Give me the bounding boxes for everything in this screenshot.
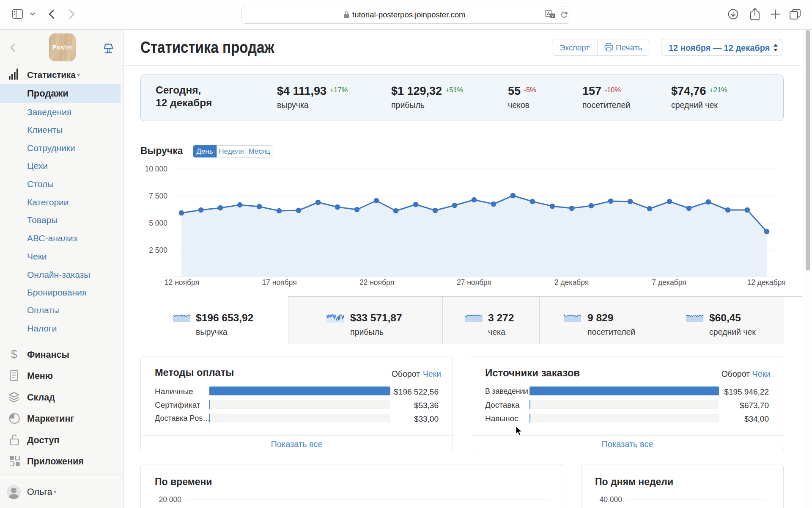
svg-text:A: A (547, 11, 550, 16)
svg-text:7 декабря: 7 декабря (652, 278, 686, 287)
svg-text:5 000: 5 000 (149, 219, 167, 227)
svg-text:27 ноября: 27 ноября (457, 278, 491, 287)
svg-text:10 000: 10 000 (145, 165, 167, 173)
svg-text:22 ноября: 22 ноября (359, 278, 394, 287)
svg-text:x: x (551, 14, 554, 18)
svg-text:2 500: 2 500 (149, 246, 167, 254)
svg-text:2 декабря: 2 декабря (554, 278, 589, 287)
svg-text:12 ноября: 12 ноября (165, 278, 199, 287)
svg-text:17 ноября: 17 ноября (262, 278, 296, 287)
svg-text:7 500: 7 500 (149, 192, 167, 200)
svg-text:12 декабря: 12 декабря (747, 278, 785, 287)
